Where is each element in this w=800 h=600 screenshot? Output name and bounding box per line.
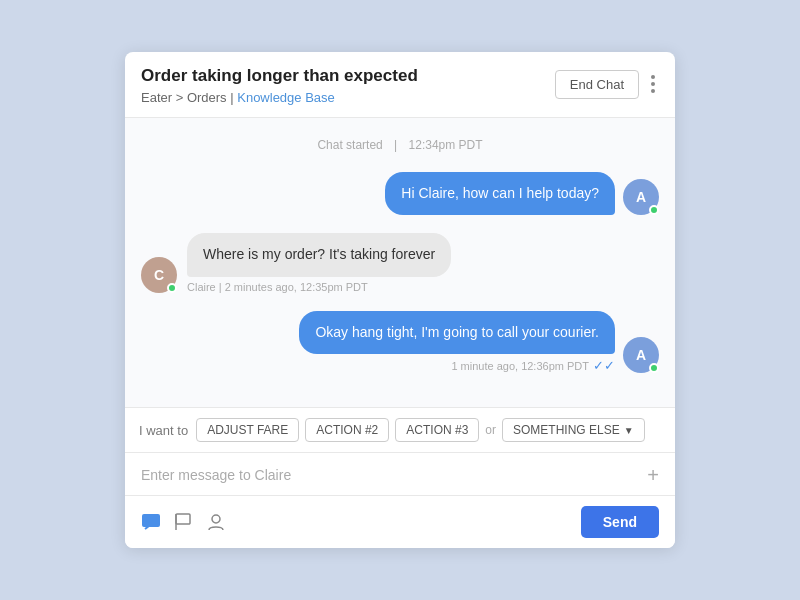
- chat-toolbar: Send: [125, 495, 675, 548]
- chat-bubble-icon[interactable]: [141, 513, 161, 531]
- chat-title: Order taking longer than expected: [141, 66, 418, 86]
- customer-bubble-wrap-1: Where is my order? It's taking forever C…: [187, 233, 451, 293]
- agent-message-meta: 1 minute ago, 12:36pm PDT ✓✓: [451, 358, 615, 373]
- chat-window: Order taking longer than expected Eater …: [125, 52, 675, 549]
- more-icon: [651, 75, 655, 93]
- end-chat-button[interactable]: End Chat: [555, 70, 639, 99]
- header-right: End Chat: [555, 70, 659, 99]
- started-text: Chat started: [317, 138, 382, 152]
- agent-avatar-2: A: [623, 337, 659, 373]
- agent-online-dot: [649, 205, 659, 215]
- plus-button[interactable]: +: [647, 465, 659, 485]
- agent-message-1: Hi Claire, how can I help today?: [385, 172, 615, 216]
- breadcrumb-static: Eater > Orders |: [141, 90, 234, 105]
- action-or: or: [485, 423, 496, 437]
- customer-message-meta: Claire | 2 minutes ago, 12:35pm PDT: [187, 281, 451, 293]
- breadcrumb: Eater > Orders | Knowledge Base: [141, 90, 418, 105]
- message-row-customer-1: C Where is my order? It's taking forever…: [141, 233, 659, 293]
- customer-avatar-1: C: [141, 257, 177, 293]
- double-check-icon: ✓✓: [593, 358, 615, 373]
- chat-started-label: Chat started | 12:34pm PDT: [141, 138, 659, 152]
- svg-point-1: [651, 82, 655, 86]
- action-adjust-fare[interactable]: ADJUST FARE: [196, 418, 299, 442]
- chevron-down-icon: ▼: [624, 425, 634, 436]
- chat-input-area: +: [125, 452, 675, 495]
- agent-bubble-wrap-1: Hi Claire, how can I help today?: [385, 172, 615, 216]
- customer-online-dot: [167, 283, 177, 293]
- header-left: Order taking longer than expected Eater …: [141, 66, 418, 105]
- action-prefix: I want to: [139, 423, 188, 438]
- started-time: 12:34pm PDT: [409, 138, 483, 152]
- chat-header: Order taking longer than expected Eater …: [125, 52, 675, 118]
- agent-message-2: Okay hang tight, I'm going to call your …: [299, 311, 615, 355]
- message-row-agent-1: Hi Claire, how can I help today? A: [141, 172, 659, 216]
- action-bar: I want to ADJUST FARE ACTION #2 ACTION #…: [125, 407, 675, 452]
- svg-point-6: [212, 515, 220, 523]
- action-something-else[interactable]: SOMETHING ELSE ▼: [502, 418, 645, 442]
- more-options-button[interactable]: [647, 73, 659, 95]
- action-2[interactable]: ACTION #2: [305, 418, 389, 442]
- agent-online-dot-2: [649, 363, 659, 373]
- input-row: +: [141, 465, 659, 485]
- svg-rect-4: [176, 514, 190, 524]
- breadcrumb-link[interactable]: Knowledge Base: [237, 90, 335, 105]
- message-row-agent-2: Okay hang tight, I'm going to call your …: [141, 311, 659, 374]
- svg-point-0: [651, 75, 655, 79]
- message-input[interactable]: [141, 467, 647, 483]
- toolbar-icons: [141, 513, 225, 531]
- flag-icon[interactable]: [175, 513, 193, 531]
- profile-icon[interactable]: [207, 513, 225, 531]
- svg-point-2: [651, 89, 655, 93]
- customer-message-1: Where is my order? It's taking forever: [187, 233, 451, 277]
- agent-bubble-wrap-2: Okay hang tight, I'm going to call your …: [299, 311, 615, 374]
- agent-avatar-1: A: [623, 179, 659, 215]
- messages-area: Chat started | 12:34pm PDT Hi Claire, ho…: [125, 118, 675, 408]
- svg-rect-3: [142, 514, 160, 527]
- action-3[interactable]: ACTION #3: [395, 418, 479, 442]
- send-button[interactable]: Send: [581, 506, 659, 538]
